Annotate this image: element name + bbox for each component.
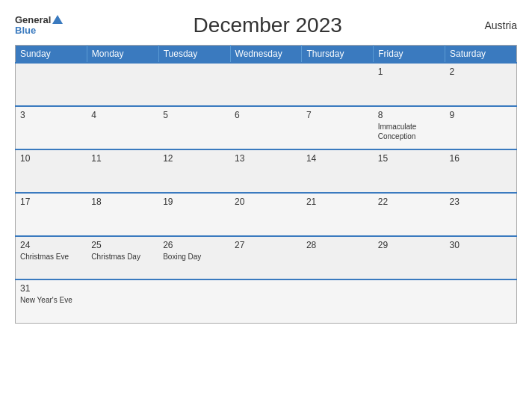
day-event-label: Christmas Day <box>91 252 154 262</box>
calendar-day-cell: 26Boxing Day <box>158 236 230 279</box>
calendar-body: 12345678Immaculate Conception91011121314… <box>16 63 517 323</box>
col-saturday: Saturday <box>445 46 517 64</box>
calendar-week-row: 10111213141516 <box>16 149 517 193</box>
day-number: 19 <box>163 197 226 207</box>
day-number: 2 <box>450 67 512 77</box>
calendar-day-cell <box>16 63 87 106</box>
calendar-day-cell: 21 <box>302 193 374 236</box>
day-number: 9 <box>450 110 512 120</box>
day-number: 10 <box>20 153 82 164</box>
header: General Blue December 2023 Austria <box>15 13 517 37</box>
calendar-day-cell: 1 <box>374 63 445 106</box>
calendar-day-cell <box>302 279 374 323</box>
calendar-day-cell <box>230 63 302 106</box>
calendar-day-cell: 25Christmas Day <box>87 236 158 279</box>
day-event-label: Christmas Eve <box>20 252 82 262</box>
calendar-week-row: 17181920212223 <box>16 193 517 236</box>
calendar-day-cell: 11 <box>87 149 158 193</box>
calendar-day-cell: 10 <box>16 149 87 193</box>
logo-blue-text: Blue <box>15 25 36 36</box>
calendar-week-row: 345678Immaculate Conception9 <box>16 106 517 149</box>
calendar-day-cell: 7 <box>302 106 374 149</box>
calendar-day-cell: 20 <box>230 193 302 236</box>
day-number: 21 <box>306 197 369 207</box>
calendar-day-cell <box>87 63 158 106</box>
calendar-day-cell: 2 <box>445 63 517 106</box>
calendar-week-row: 31New Year's Eve <box>16 279 517 323</box>
calendar-day-cell: 13 <box>230 149 302 193</box>
calendar-day-cell: 28 <box>302 236 374 279</box>
calendar-day-cell: 27 <box>230 236 302 279</box>
calendar-day-cell: 9 <box>445 106 517 149</box>
logo-general-text: General <box>15 15 51 25</box>
day-number: 25 <box>91 240 154 250</box>
day-number: 12 <box>163 153 226 164</box>
calendar-title: December 2023 <box>63 13 472 37</box>
calendar-day-cell <box>230 279 302 323</box>
day-number: 27 <box>235 240 297 250</box>
calendar-day-cell: 29 <box>374 236 445 279</box>
calendar-day-cell: 3 <box>16 106 87 149</box>
day-number: 11 <box>91 153 154 164</box>
calendar-day-cell: 31New Year's Eve <box>16 279 87 323</box>
calendar-day-cell <box>445 279 517 323</box>
col-thursday: Thursday <box>302 46 374 64</box>
calendar-day-cell: 14 <box>302 149 374 193</box>
col-tuesday: Tuesday <box>158 46 230 64</box>
calendar-day-cell: 17 <box>16 193 87 236</box>
calendar-day-cell <box>158 279 230 323</box>
country-label: Austria <box>472 19 517 31</box>
day-number: 20 <box>235 197 297 207</box>
calendar-day-cell: 30 <box>445 236 517 279</box>
calendar-day-cell: 19 <box>158 193 230 236</box>
day-number: 23 <box>450 197 512 207</box>
day-number: 8 <box>378 110 441 120</box>
day-number: 3 <box>20 110 82 120</box>
calendar-day-cell <box>87 279 158 323</box>
col-wednesday: Wednesday <box>230 46 302 64</box>
calendar-day-cell: 4 <box>87 106 158 149</box>
calendar-header: Sunday Monday Tuesday Wednesday Thursday… <box>16 46 517 64</box>
day-number: 28 <box>306 240 369 250</box>
calendar-table: Sunday Monday Tuesday Wednesday Thursday… <box>15 45 517 324</box>
day-number: 5 <box>163 110 226 120</box>
calendar-day-cell: 15 <box>374 149 445 193</box>
calendar-day-cell: 22 <box>374 193 445 236</box>
day-number: 29 <box>378 240 441 250</box>
calendar-week-row: 12 <box>16 63 517 106</box>
calendar-day-cell: 12 <box>158 149 230 193</box>
page: General Blue December 2023 Austria Sunda… <box>0 0 532 411</box>
logo: General Blue <box>15 15 63 37</box>
day-number: 31 <box>20 283 82 294</box>
calendar-day-cell: 8Immaculate Conception <box>374 106 445 149</box>
calendar-day-cell: 24Christmas Eve <box>16 236 87 279</box>
day-number: 30 <box>450 240 512 250</box>
day-event-label: Immaculate Conception <box>378 122 441 141</box>
calendar-day-cell <box>158 63 230 106</box>
calendar-day-cell <box>374 279 445 323</box>
weekday-row: Sunday Monday Tuesday Wednesday Thursday… <box>16 46 517 64</box>
day-event-label: Boxing Day <box>163 252 226 262</box>
day-number: 26 <box>163 240 226 250</box>
calendar-week-row: 24Christmas Eve25Christmas Day26Boxing D… <box>16 236 517 279</box>
day-number: 15 <box>378 153 441 164</box>
day-number: 24 <box>20 240 82 250</box>
calendar-day-cell: 5 <box>158 106 230 149</box>
day-number: 16 <box>450 153 512 164</box>
day-number: 13 <box>235 153 297 164</box>
calendar-day-cell: 18 <box>87 193 158 236</box>
col-friday: Friday <box>374 46 445 64</box>
day-number: 4 <box>91 110 154 120</box>
day-number: 18 <box>91 197 154 207</box>
day-number: 17 <box>20 197 82 207</box>
calendar-day-cell <box>302 63 374 106</box>
calendar-day-cell: 23 <box>445 193 517 236</box>
col-sunday: Sunday <box>16 46 87 64</box>
day-number: 22 <box>378 197 441 207</box>
day-number: 14 <box>306 153 369 164</box>
calendar-day-cell: 16 <box>445 149 517 193</box>
logo-triangle-icon <box>52 15 63 24</box>
calendar-day-cell: 6 <box>230 106 302 149</box>
day-number: 6 <box>235 110 297 120</box>
day-event-label: New Year's Eve <box>20 295 82 305</box>
